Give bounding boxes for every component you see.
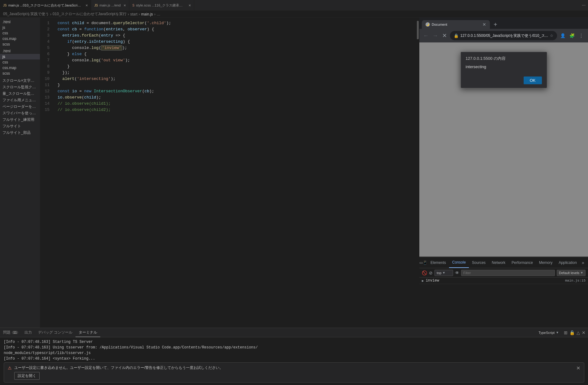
console-filter-input[interactable] [461,270,555,276]
sidebar-item-page-loader[interactable]: ページローダーを作ってみよう((... [0,103,40,110]
sidebar-item-css-2[interactable]: css [0,59,40,65]
browser-toolbar: ← → ✕ 🔒 127.0.0.1:5500/05_JavaScriptを実践で… [419,29,588,42]
devtools-tab-network[interactable]: Network [489,257,508,268]
breadcrumb-part-5: … [157,12,160,16]
console-expand-icon: ▶ [422,279,424,283]
sidebar-item-js-1[interactable]: js [0,25,40,30]
browser-back-button[interactable]: ← [422,31,430,40]
browser-address-text: 127.0.0.1:5500/05_JavaScriptを実践で使う/010_ス… [460,33,548,38]
terminal-lock-icon[interactable]: 🔒 [569,330,575,335]
breadcrumb: 05_JavaScriptを実践で使う › 010_スクロールに合わせてJava… [0,11,588,18]
sidebar-item-css-1[interactable]: css [0,30,40,36]
terminal-split-icon[interactable]: ⊞ [564,330,568,335]
console-context-dropdown-arrow: ▼ [442,271,445,274]
browser-menu-icon[interactable]: ⋮ [577,31,586,40]
code-line-5: console.log('inview'); [58,45,415,51]
sidebar-item-html-1[interactable]: .html [0,19,40,25]
breadcrumb-part-2: 010_スクロールに合わせてJavaScriptを実行 [53,11,127,17]
tab-close-icon[interactable]: ✕ [85,4,88,7]
devtools-tab-memory[interactable]: Memory [536,257,556,268]
devtools-tab-elements[interactable]: Elements [427,257,449,268]
code-line-2: const cb = function(entries, observer) { [58,26,415,33]
sidebar-item-html-2[interactable]: .html [0,48,40,54]
breadcrumb-part-4: main.js [141,12,153,16]
tab-main-js-end[interactable]: JS main.js .../end ✕ [91,0,129,11]
console-output: ▶ inview main.js:15 [419,278,588,328]
terminal-type-dropdown[interactable]: TypeScript ▼ [536,328,561,337]
sidebar-item-fullsite-parts[interactable]: フルサイト_部品 [0,129,40,136]
browser-reload-button[interactable]: ✕ [440,31,448,40]
sidebar-item-scroll-anim[interactable]: スクロール×文字アニメーション [0,77,40,84]
browser-panel: 🌙 Document ✕ + ← → ✕ 🔒 127.0.0.1:5500/0 [419,18,588,328]
devtools-tab-performance[interactable]: Performance [508,257,536,268]
tab-more-button[interactable]: ⋯ [579,0,588,11]
devtools-tab-bar: ▭ 📱 Elements Console Sources Network [419,257,588,268]
code-line-14: // io.observe(child1); [58,101,415,107]
tab-style-scss[interactable]: S style.scss ...116_クラス継承でコードの再利用！/... ✕ [129,0,194,11]
code-line-11: } [58,82,415,88]
code-line-7: console.log('out view'); [58,57,415,63]
breadcrumb-separator-3: › [139,12,140,16]
console-filter-icon[interactable]: ⊘ [429,270,433,275]
bottom-tab-output[interactable]: 出力 [21,328,35,337]
tab-main-js-start[interactable]: JS main.js ...010_スクロールに合わせてJavaScriptを実… [0,0,91,11]
browser-new-tab-button[interactable]: + [490,20,501,29]
editor-scrollbar[interactable] [415,18,419,328]
tab-close-icon-3[interactable]: ✕ [188,4,191,7]
code-line-13: io.observe(child); [58,94,415,101]
devtools-mobile-icon[interactable]: 📱 [423,257,427,268]
devtools-tab-application[interactable]: Application [556,257,580,268]
terminal-line-1: [Info - 07:07:48.163] Starting TS Server [4,339,584,345]
browser-extension-icon[interactable]: 🧩 [568,31,576,40]
sidebar-item-scss-2[interactable]: scss [0,71,40,76]
browser-address-bar[interactable]: 🔒 127.0.0.1:5500/05_JavaScriptを実践で使う/010… [450,31,557,40]
sidebar-item-fullsite[interactable]: フルサイト [0,123,40,129]
code-line-10: alert('intersecting'); [58,76,415,82]
browser-content-area: 127.0.0.1:5500 の内容 intersecting OK [419,42,588,256]
terminal-content: [Info - 07:07:48.163] Starting TS Server… [0,337,588,361]
console-context-dropdown[interactable]: top ▼ [435,270,453,276]
browser-tab-close-icon[interactable]: ✕ [482,22,486,27]
notification-action-button[interactable]: 設定を開く [14,372,40,380]
console-clear-icon[interactable]: 🚫 [422,270,427,275]
console-eye-icon[interactable]: 👁 [455,270,459,275]
notification-content: ユーザー設定に書き込めません。ユーザー設定を開いて、ファイル内のエラー/警告を修… [14,365,574,380]
sidebar-item-mobile-menu[interactable]: ファイル用メニューを作成しよう [0,97,40,103]
bottom-panel-tabs: 問題 11 出力 デバッグ コンソール ターミナル TypeScript ▼ ⊞… [0,328,588,337]
notification-area: ⚠ ユーザー設定に書き込めません。ユーザー設定を開いて、ファイル内のエラー/警告… [0,361,588,385]
console-levels-dropdown[interactable]: Default levels ▼ [557,270,586,276]
modal-footer: OK [461,74,547,88]
sidebar-item-scss-1[interactable]: scss [0,42,40,47]
notification-close-button[interactable]: ✕ [576,365,580,371]
terminal-line-2: [Info - 07:07:48.163] Using tsserver fro… [4,345,584,350]
terminal-maximize-icon[interactable]: △ [577,330,580,335]
bottom-tab-problems[interactable]: 問題 11 [0,328,21,337]
breadcrumb-separator-4: › [154,12,155,16]
tab-bar: JS main.js ...010_スクロールに合わせてJavaScriptを実… [0,0,588,11]
devtools-tab-console[interactable]: Console [449,257,469,268]
devtools-inspect-icon[interactable]: ▭ [419,257,423,268]
sidebar-item-cssmap-2[interactable]: css.map [0,65,40,71]
sidebar-item-swiper[interactable]: スワイパーを使ったスライダーアニ... [0,110,40,116]
browser-profile-icon[interactable]: 👤 [558,31,567,40]
browser-bookmark-star[interactable]: ☆ [550,33,553,38]
devtools-tab-sources[interactable]: Sources [469,257,489,268]
breadcrumb-separator-1: › [50,12,51,16]
sidebar-item-fullsite-practice[interactable]: フルサイト_練習用 [0,116,40,123]
code-line-15: // io.observe(child2); [58,107,415,113]
devtools-more-tabs[interactable]: » [580,257,586,268]
tab-close-icon-2[interactable]: ✕ [123,4,126,7]
sidebar-item-scroll-slide[interactable]: 量_スクロール監視×スライド... [0,90,40,97]
modal-ok-button[interactable]: OK [524,77,542,84]
browser-forward-button[interactable]: → [431,31,439,40]
bottom-tab-spacer [100,328,536,337]
modal-title: 127.0.0.1:5500 の内容 [461,52,547,63]
sidebar-item-js-2[interactable]: js [0,54,40,59]
bottom-tab-debug[interactable]: デバッグ コンソール [35,328,76,337]
terminal-close-icon[interactable]: ✕ [582,330,586,335]
browser-tab-active[interactable]: 🌙 Document ✕ [422,20,490,29]
bottom-tab-terminal[interactable]: ターミナル [76,328,100,337]
sidebar-item-cssmap-1[interactable]: css.map [0,36,40,42]
sidebar-item-scroll-watch[interactable]: スクロール監視クラスの作成 [0,84,40,90]
console-levels-label: Default levels [559,271,579,275]
